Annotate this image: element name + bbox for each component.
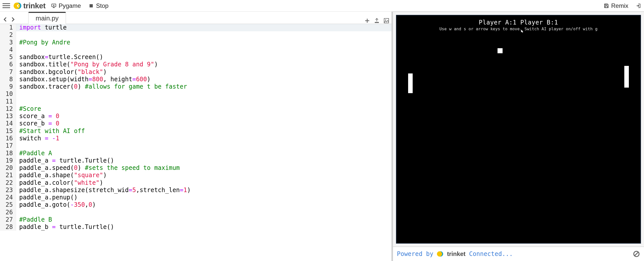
editor-pane: main.py 1import turtle2 3#Pong by Andre4…	[0, 12, 393, 261]
line-number: 2	[0, 31, 16, 39]
svg-line-12	[635, 252, 638, 256]
code-content[interactable]: sandbox.tracer(0) #allows for game t be …	[16, 83, 187, 90]
add-file-icon[interactable]	[364, 18, 370, 24]
code-line[interactable]: 13score_a = 0	[0, 113, 391, 120]
trinket-logo-icon	[14, 2, 22, 10]
code-content[interactable]: sandbox.title("Pong by Grade 8 and 9")	[16, 61, 158, 68]
stop-button[interactable]: Stop	[86, 1, 110, 10]
score-text: Player A:1 Player B:1	[397, 19, 641, 26]
code-line[interactable]: 18#Paddle A	[0, 150, 391, 157]
tab-bar: main.py	[0, 12, 391, 24]
code-line[interactable]: 12#Score	[0, 105, 391, 113]
code-line[interactable]: 21paddle_a.shape("square")	[0, 172, 391, 179]
remix-button[interactable]: Remix	[602, 1, 630, 10]
code-line[interactable]: 17	[0, 142, 391, 149]
code-content[interactable]: score_b = 0	[16, 120, 59, 127]
remix-label: Remix	[611, 2, 628, 9]
code-content[interactable]: paddle_a.shapesize(stretch_wid=5,stretch…	[16, 187, 191, 194]
line-number: 13	[0, 113, 16, 120]
instructions-text: Use w and s or arrow keys to move. Switc…	[397, 27, 641, 31]
code-line[interactable]: 7sandbox.bgcolor("black")	[0, 68, 391, 76]
code-line[interactable]: 26	[0, 209, 391, 216]
code-line[interactable]: 6sandbox.title("Pong by Grade 8 and 9")	[0, 61, 391, 68]
code-line[interactable]: 16switch = -1	[0, 135, 391, 142]
code-content[interactable]: paddle_a.shape("square")	[16, 172, 107, 179]
paddle-b	[624, 66, 629, 88]
code-line[interactable]: 27#Paddle B	[0, 216, 391, 223]
code-line[interactable]: 2	[0, 31, 391, 39]
file-tab-main[interactable]: main.py	[28, 12, 66, 24]
login-button[interactable]	[634, 2, 641, 10]
code-content[interactable]: score_a = 0	[16, 113, 59, 120]
code-content[interactable]	[16, 46, 23, 54]
menu-button[interactable]	[3, 2, 10, 10]
code-line[interactable]: 24paddle_a.penup()	[0, 194, 391, 201]
code-content[interactable]: sandbox.setup(width=800, height=600)	[16, 76, 151, 83]
connection-status: Connected...	[469, 250, 513, 257]
code-content[interactable]: sandbox.bgcolor("black")	[16, 68, 107, 76]
code-line[interactable]: 5sandbox=turtle.Screen()	[0, 54, 391, 61]
line-number: 10	[0, 90, 16, 98]
code-line[interactable]: 19paddle_a = turtle.Turtle()	[0, 157, 391, 164]
code-content[interactable]	[16, 31, 23, 39]
code-content[interactable]: #Score	[16, 105, 41, 113]
code-content[interactable]: #Pong by Andre	[16, 39, 70, 46]
save-icon	[604, 3, 609, 9]
line-number: 9	[0, 83, 16, 90]
code-line[interactable]: 4	[0, 46, 391, 54]
code-content[interactable]: paddle_a.penup()	[16, 194, 78, 201]
code-content[interactable]: paddle_a = turtle.Turtle()	[16, 157, 114, 164]
block-icon[interactable]	[633, 250, 640, 257]
line-number: 22	[0, 179, 16, 187]
game-canvas[interactable]: Player A:1 Player B:1 Use w and s or arr…	[396, 15, 641, 244]
line-number: 5	[0, 54, 16, 61]
code-line[interactable]: 8sandbox.setup(width=800, height=600)	[0, 76, 391, 83]
powered-by-brand[interactable]: trinket	[447, 250, 465, 257]
code-line[interactable]: 3#Pong by Andre	[0, 39, 391, 46]
code-content[interactable]: switch = -1	[16, 135, 59, 142]
code-line[interactable]: 22paddle_a.color("white")	[0, 179, 391, 187]
stop-label: Stop	[96, 2, 108, 9]
game-output[interactable]: Player A:1 Player B:1 Use w and s or arr…	[393, 12, 644, 247]
image-icon[interactable]	[383, 18, 389, 24]
line-number: 28	[0, 223, 16, 231]
line-number: 19	[0, 157, 16, 164]
upload-icon[interactable]	[374, 18, 380, 24]
code-line[interactable]: 15#Start with AI off	[0, 127, 391, 135]
code-line[interactable]: 10	[0, 90, 391, 98]
mode-button[interactable]: Pygame	[49, 1, 83, 10]
code-line[interactable]: 9sandbox.tracer(0) #allows for game t be…	[0, 83, 391, 90]
code-line[interactable]: 20paddle_a.speed(0) #sets the speed to m…	[0, 164, 391, 172]
line-number: 14	[0, 120, 16, 127]
pygame-icon	[51, 3, 57, 9]
code-content[interactable]: sandbox=turtle.Screen()	[16, 54, 103, 61]
code-content[interactable]: paddle_a.color("white")	[16, 179, 103, 187]
code-line[interactable]: 1import turtle	[0, 24, 391, 31]
output-pane: Player A:1 Player B:1 Use w and s or arr…	[393, 12, 644, 261]
code-line[interactable]: 23paddle_a.shapesize(stretch_wid=5,stret…	[0, 187, 391, 194]
line-number: 7	[0, 68, 16, 76]
workspace: main.py 1import turtle2 3#Pong by Andre4…	[0, 12, 644, 261]
paddle-a	[408, 73, 413, 93]
brand-logo[interactable]: trinket	[14, 2, 45, 10]
code-content[interactable]	[16, 209, 23, 216]
code-line[interactable]: 28paddle_b = turtle.Turtle()	[0, 223, 391, 231]
code-line[interactable]: 11	[0, 98, 391, 105]
line-number: 16	[0, 135, 16, 142]
code-content[interactable]: paddle_a.speed(0) #sets the speed to max…	[16, 164, 180, 172]
code-content[interactable]	[16, 98, 23, 105]
code-content[interactable]	[16, 142, 23, 149]
code-content[interactable]: import turtle	[16, 24, 67, 31]
code-line[interactable]: 14score_b = 0	[0, 120, 391, 127]
code-content[interactable]: paddle_b = turtle.Turtle()	[16, 223, 114, 231]
code-line[interactable]: 25paddle_a.goto(-350,0)	[0, 201, 391, 208]
prev-arrow-icon[interactable]	[2, 16, 9, 23]
code-content[interactable]: #Start with AI off	[16, 127, 85, 135]
line-number: 6	[0, 61, 16, 68]
code-content[interactable]: #Paddle A	[16, 150, 52, 157]
code-content[interactable]	[16, 90, 23, 98]
next-arrow-icon[interactable]	[10, 16, 16, 23]
code-editor[interactable]: 1import turtle2 3#Pong by Andre4 5sandbo…	[0, 24, 391, 261]
code-content[interactable]: paddle_a.goto(-350,0)	[16, 201, 96, 208]
code-content[interactable]: #Paddle B	[16, 216, 52, 223]
